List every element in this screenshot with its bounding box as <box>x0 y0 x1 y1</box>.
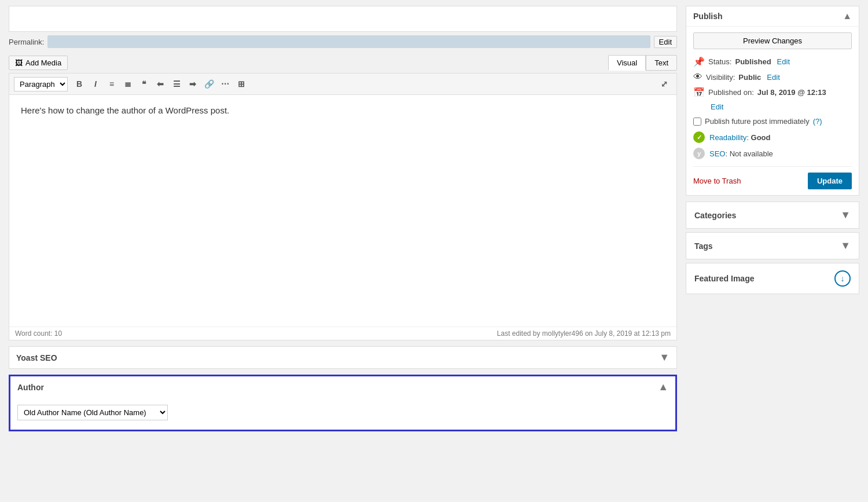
blockquote-button[interactable]: ❝ <box>137 76 152 91</box>
table-button[interactable]: ⊞ <box>234 76 249 91</box>
tags-toggle-icon: ▼ <box>840 240 851 252</box>
permalink-label: Permalink: <box>9 38 44 46</box>
tags-box: Tags ▼ <box>686 232 859 259</box>
post-title-input[interactable]: How to Change a Post's Author in WordPre… <box>9 6 677 32</box>
status-label: Status: <box>708 57 731 66</box>
published-on-row: 📅 Published on: Jul 8, 2019 @ 12:13 <box>693 87 852 98</box>
editor-content[interactable]: Here's how to change the author of a Wor… <box>9 95 676 327</box>
permalink-edit-button[interactable]: Edit <box>654 36 677 48</box>
yoast-seo-toggle-icon: ▼ <box>659 351 670 364</box>
editor-paragraph: Here's how to change the author of a Wor… <box>21 104 665 118</box>
status-icon: 📌 <box>693 56 705 67</box>
readability-link[interactable]: Readability <box>709 133 746 142</box>
readability-text: Readability: Good <box>709 133 771 142</box>
readability-icon: ✓ <box>693 131 705 143</box>
featured-image-header[interactable]: Featured Image ↓ <box>686 263 859 294</box>
seo-row: y SEO: Not available <box>693 148 852 159</box>
tags-header[interactable]: Tags ▼ <box>686 233 859 259</box>
permalink-row: Permalink: Edit <box>9 35 677 48</box>
word-count: Word count: 10 <box>15 329 62 338</box>
editor-toolbar-row: 🖼 Add Media Visual Text <box>9 53 677 73</box>
editor-status-bar: Word count: 10 Last edited by mollytyler… <box>9 327 676 340</box>
categories-header[interactable]: Categories ▼ <box>686 202 859 228</box>
featured-image-title: Featured Image <box>694 274 754 283</box>
yoast-seo-title: Yoast SEO <box>16 353 57 362</box>
seo-text: SEO: Not available <box>709 149 773 158</box>
visibility-edit-link[interactable]: Edit <box>767 73 779 82</box>
categories-box: Categories ▼ <box>686 201 859 229</box>
visual-tab[interactable]: Visual <box>608 55 646 71</box>
readability-row: ✓ Readability: Good <box>693 131 852 143</box>
visibility-icon: 👁 <box>693 72 703 82</box>
publish-immediately-checkbox[interactable] <box>693 118 701 126</box>
permalink-url <box>47 35 650 48</box>
author-meta-box: Author ▲ Old Author Name (Old Author Nam… <box>9 375 677 431</box>
visibility-value: Public <box>738 73 761 82</box>
bold-button[interactable]: B <box>72 76 87 91</box>
publish-toggle-icon: ▲ <box>843 11 852 21</box>
author-box-title: Author <box>17 383 44 392</box>
align-center-button[interactable]: ☰ <box>169 76 184 91</box>
move-to-trash-link[interactable]: Move to Trash <box>693 177 741 185</box>
categories-toggle-icon: ▼ <box>840 209 851 221</box>
visibility-label: Visibility: <box>706 73 735 82</box>
publish-box-header[interactable]: Publish ▲ <box>686 6 859 27</box>
seo-link[interactable]: SEO <box>709 149 725 158</box>
paragraph-format-select[interactable]: Paragraph Heading 1 Heading 2 <box>14 77 68 91</box>
italic-button[interactable]: I <box>88 76 103 91</box>
publish-actions: Move to Trash Update <box>693 166 852 189</box>
preview-changes-button[interactable]: Preview Changes <box>693 32 852 49</box>
visibility-row: 👁 Visibility: Public Edit <box>693 72 852 82</box>
publish-immediately-help[interactable]: (?) <box>813 117 822 126</box>
unordered-list-button[interactable]: ≡ <box>104 76 119 91</box>
status-row: 📌 Status: Published Edit <box>693 56 852 67</box>
fullscreen-button[interactable]: ⤢ <box>657 76 672 91</box>
publish-immediately-label: Publish future post immediately <box>705 117 810 126</box>
format-bar: Paragraph Heading 1 Heading 2 B I ≡ ≣ ❝ … <box>9 74 676 95</box>
tags-title: Tags <box>694 241 713 251</box>
text-tab[interactable]: Text <box>646 55 677 71</box>
status-value: Published <box>735 57 771 66</box>
categories-title: Categories <box>694 211 736 220</box>
insert-more-button[interactable]: ⋯ <box>218 76 233 91</box>
featured-image-box: Featured Image ↓ <box>686 263 859 294</box>
author-box-header[interactable]: Author ▲ <box>10 376 675 398</box>
published-on-label: Published on: <box>708 88 754 97</box>
status-edit-link[interactable]: Edit <box>777 57 790 66</box>
add-media-icon: 🖼 <box>15 58 23 67</box>
last-edited: Last edited by mollytyler496 on July 8, … <box>497 329 671 338</box>
ordered-list-button[interactable]: ≣ <box>120 76 135 91</box>
author-content: Old Author Name (Old Author Name) <box>10 398 675 430</box>
publish-immediately-row: Publish future post immediately (?) <box>693 117 852 126</box>
featured-image-toggle-icon: ↓ <box>834 270 851 287</box>
calendar-icon: 📅 <box>693 87 705 98</box>
editor-sidebar: Publish ▲ Preview Changes 📌 Status: Publ… <box>686 6 859 496</box>
update-button[interactable]: Update <box>808 173 852 189</box>
seo-icon: y <box>693 148 705 159</box>
align-right-button[interactable]: ➡ <box>185 76 200 91</box>
add-media-button[interactable]: 🖼 Add Media <box>9 56 68 70</box>
published-on-edit-link[interactable]: Edit <box>711 102 723 111</box>
publish-box-body: Preview Changes 📌 Status: Published Edit… <box>686 27 859 195</box>
align-left-button[interactable]: ⬅ <box>153 76 168 91</box>
publish-box-title: Publish <box>693 12 723 21</box>
author-select[interactable]: Old Author Name (Old Author Name) <box>17 405 168 420</box>
publish-box: Publish ▲ Preview Changes 📌 Status: Publ… <box>686 6 859 196</box>
editor-box: Paragraph Heading 1 Heading 2 B I ≡ ≣ ❝ … <box>9 73 677 340</box>
published-on-value: Jul 8, 2019 @ 12:13 <box>757 88 826 97</box>
author-toggle-icon: ▲ <box>658 381 668 393</box>
view-tabs: Visual Text <box>608 55 677 71</box>
link-button[interactable]: 🔗 <box>201 76 216 91</box>
yoast-seo-box: Yoast SEO ▼ <box>9 346 677 369</box>
yoast-seo-header[interactable]: Yoast SEO ▼ <box>9 347 676 368</box>
add-media-label: Add Media <box>25 58 61 67</box>
